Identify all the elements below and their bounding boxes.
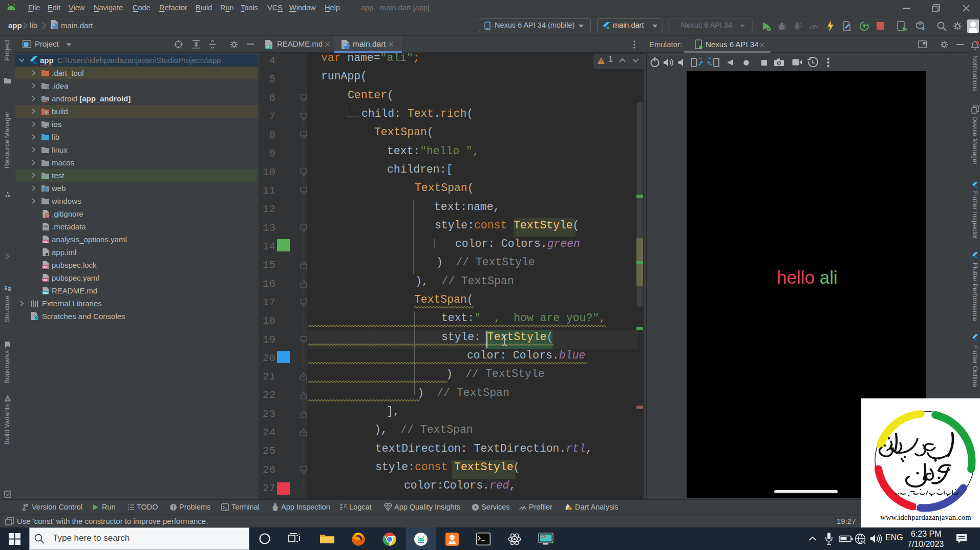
svg-text:MD: MD <box>43 291 48 294</box>
svg-text:www.idehpardazanjavan.com: www.idehpardazanjavan.com <box>880 513 971 521</box>
svg-text:YML: YML <box>42 279 49 282</box>
svg-text:YML: YML <box>42 266 49 269</box>
svg-text:MD: MD <box>265 45 270 49</box>
svg-text:REC: REC <box>541 536 545 538</box>
svg-text:YML: YML <box>42 240 49 243</box>
